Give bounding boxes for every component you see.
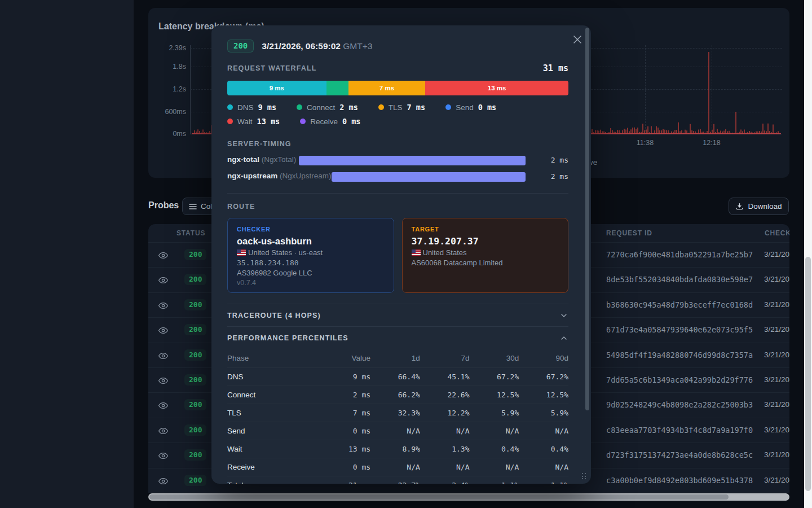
us-flag-icon bbox=[412, 249, 421, 256]
timestamp-text: 3/21/2026, 06:59:02 bbox=[262, 41, 341, 51]
download-icon bbox=[735, 202, 744, 211]
percentile-cell: Connect bbox=[227, 386, 316, 404]
download-button-label: Download bbox=[748, 202, 782, 211]
request-id-value: 8de53bf552034840bdafda0830e598e7 bbox=[606, 275, 753, 284]
view-probe-button[interactable] bbox=[158, 275, 169, 286]
percentile-cell: 0 ms bbox=[316, 458, 370, 476]
target-label: TARGET bbox=[412, 226, 559, 233]
request-id-column-header: REQUEST ID bbox=[606, 229, 652, 237]
view-probe-button[interactable] bbox=[158, 476, 169, 487]
view-probe-button[interactable] bbox=[158, 375, 169, 386]
chevron-down-icon bbox=[559, 311, 568, 320]
percentile-row: TLS7 ms32.3%12.2%5.9%5.9% bbox=[227, 404, 568, 422]
y-tick-label: 1.8s bbox=[150, 63, 186, 71]
eye-icon bbox=[158, 300, 169, 311]
server-timing-bar bbox=[299, 156, 526, 165]
legend-phase-value: 9 ms bbox=[258, 103, 277, 112]
eye-icon bbox=[158, 375, 169, 386]
legend-phase-name: Receive bbox=[310, 117, 338, 126]
status-badge: 200 bbox=[184, 399, 206, 410]
page-scrollbar-thumb[interactable] bbox=[805, 257, 811, 491]
request-id-value: 7dd65a5c6b1349aca042a99b2d29f776 bbox=[606, 375, 753, 384]
status-badge: 200 bbox=[184, 449, 206, 461]
x-tick-label: 12:18 bbox=[695, 139, 729, 147]
percentile-cell: N/A bbox=[519, 458, 568, 476]
legend-phase-name: Connect bbox=[307, 103, 335, 112]
view-probe-button[interactable] bbox=[158, 400, 169, 411]
view-probe-button[interactable] bbox=[158, 351, 169, 361]
percentile-cell: 67.2% bbox=[470, 368, 519, 386]
checker-card: CHECKER oack-us-ashburn United States · … bbox=[227, 218, 394, 293]
percentile-cell: N/A bbox=[370, 422, 420, 440]
resize-handle-icon[interactable] bbox=[582, 473, 587, 480]
server-timing-name: ngx-upstream bbox=[227, 172, 280, 180]
columns-menu-icon bbox=[189, 203, 197, 210]
eye-icon bbox=[158, 476, 169, 487]
waterfall-segment: 9 ms bbox=[227, 81, 326, 95]
legend-item: Send 0 ms bbox=[445, 103, 496, 112]
percentile-cell: 12.2% bbox=[420, 404, 470, 422]
view-probe-button[interactable] bbox=[158, 250, 169, 261]
percentile-row: Total31 ms23.7%3.4%1.1%1.1% bbox=[227, 476, 568, 484]
view-probe-button[interactable] bbox=[158, 426, 169, 436]
legend-phase-value: 2 ms bbox=[339, 103, 358, 112]
eye-icon bbox=[158, 275, 169, 286]
checked-at-value: 3/21/20 bbox=[764, 300, 789, 309]
percentile-cell: 2 ms bbox=[316, 386, 370, 404]
view-probe-button[interactable] bbox=[158, 300, 169, 311]
percentile-cell: 45.1% bbox=[420, 368, 470, 386]
eye-icon bbox=[158, 325, 169, 336]
server-timing-value: 2 ms bbox=[551, 156, 568, 164]
eye-icon bbox=[158, 250, 169, 261]
waterfall-total-duration: 31 ms bbox=[543, 63, 568, 73]
percentile-cell: 66.2% bbox=[370, 386, 420, 404]
legend-dot-icon bbox=[297, 104, 302, 110]
y-tick-label: 600ms bbox=[150, 108, 186, 116]
request-id-value: c83eeaa7703f4934b3f4c8d7a9a197f0 bbox=[606, 426, 753, 435]
percentile-cell: 12.5% bbox=[519, 386, 568, 404]
percentile-column-header: Value bbox=[316, 350, 370, 368]
traceroute-toggle[interactable]: TRACEROUTE (4 HOPS) bbox=[227, 304, 568, 326]
percentile-cell: 67.2% bbox=[519, 368, 568, 386]
horizontal-scrollbar[interactable] bbox=[148, 493, 789, 501]
checker-version: v0.7.4 bbox=[237, 279, 385, 287]
view-probe-button[interactable] bbox=[158, 450, 169, 461]
legend-dot-icon bbox=[378, 104, 384, 110]
checked-at-value: 3/21/20 bbox=[764, 375, 789, 384]
percentile-cell: N/A bbox=[470, 422, 519, 440]
percentile-cell: N/A bbox=[470, 458, 519, 476]
legend-phase-name: Send bbox=[456, 103, 474, 112]
percentile-cell: 66.4% bbox=[370, 368, 420, 386]
horizontal-scrollbar-thumb[interactable] bbox=[149, 494, 729, 500]
legend-item: TLS 7 ms bbox=[378, 103, 425, 112]
request-id-value: 9d025248249c4b8098e2a282c25003b3 bbox=[606, 400, 753, 409]
route-section-label: ROUTE bbox=[227, 203, 568, 211]
waterfall-segment bbox=[326, 81, 348, 95]
percentile-cell: 7 ms bbox=[316, 404, 370, 422]
legend-phase-name: DNS bbox=[237, 103, 254, 112]
percentile-column-header: 90d bbox=[519, 350, 568, 368]
close-button[interactable] bbox=[572, 34, 583, 45]
status-badge: 200 bbox=[184, 249, 206, 260]
percentile-cell: 1.1% bbox=[470, 476, 519, 484]
checker-location: United States · us-east bbox=[237, 248, 385, 257]
target-card: TARGET 37.19.207.37 United States AS6006… bbox=[402, 218, 569, 293]
traceroute-section-label: TRACEROUTE (4 HOPS) bbox=[227, 312, 321, 319]
download-button[interactable]: Download bbox=[729, 198, 789, 215]
legend-dot-icon bbox=[300, 119, 306, 124]
page-scrollbar[interactable] bbox=[804, 0, 812, 508]
percentile-cell: Send bbox=[227, 422, 316, 440]
percentile-row: Connect2 ms66.2%22.6%12.5%12.5% bbox=[227, 386, 568, 404]
percentile-row: DNS9 ms66.4%45.1%67.2%67.2% bbox=[227, 368, 568, 386]
check-result-modal: 200 3/21/2026, 06:59:02 GMT+3 REQUEST WA… bbox=[211, 25, 591, 484]
modal-scrollbar-thumb[interactable] bbox=[585, 28, 589, 410]
legend-phase-value: 13 ms bbox=[257, 117, 280, 126]
target-location-text: United States bbox=[423, 248, 467, 257]
view-probe-button[interactable] bbox=[158, 325, 169, 336]
status-badge: 200 bbox=[184, 324, 206, 335]
y-tick-label: 2.39s bbox=[150, 44, 186, 52]
legend-phase-value: 0 ms bbox=[342, 117, 361, 126]
eye-icon bbox=[158, 351, 169, 361]
request-id-value: d723f31751374273ae4a0de8b628ce5c bbox=[606, 450, 753, 459]
percentiles-toggle[interactable]: PERFORMANCE PERCENTILES bbox=[227, 327, 568, 349]
